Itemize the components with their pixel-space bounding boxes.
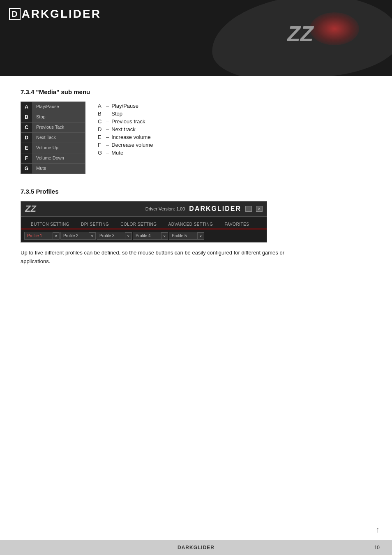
profile-dropdown-1[interactable]: ∨ xyxy=(53,232,60,240)
legend-item-c: C – Previous track xyxy=(98,118,153,125)
tab-dpi-setting[interactable]: DPI SETTING xyxy=(75,220,115,229)
minimize-button[interactable]: — xyxy=(245,206,252,212)
legend-item-f: F – Decrease volume xyxy=(98,142,153,148)
mouse-silhouette: ZZ xyxy=(145,0,392,76)
profile-item-5: Profile 5 ∨ xyxy=(169,232,204,240)
svg-text:ZZ: ZZ xyxy=(286,22,314,46)
legend-desc-c: Previous track xyxy=(111,118,145,125)
menu-label-a: Play/Pause xyxy=(32,102,85,112)
profile-item-2: Profile 2 ∨ xyxy=(60,232,96,240)
menu-label-b: Stop xyxy=(32,112,85,123)
driver-titlebar: ZZ Driver Version: 1.00 DARKGLIDER — ✕ xyxy=(21,201,267,217)
legend-desc-f: Decrease volume xyxy=(111,142,153,148)
main-content: 7.3.4 "Media" sub menu A Play/Pause B St… xyxy=(0,76,392,289)
profile-dropdown-3[interactable]: ∨ xyxy=(125,232,132,240)
logo-text: D ARKGLIDER xyxy=(9,7,101,21)
menu-letter-c: C xyxy=(21,122,32,133)
profile-item-1: Profile 1 ∨ xyxy=(24,232,60,240)
legend: A – Play/Pause B – Stop C – Previous tra… xyxy=(98,102,153,156)
driver-version: Driver Version: 1.00 xyxy=(145,206,185,211)
profile-dropdown-5[interactable]: ∨ xyxy=(198,232,204,240)
profiles-description: Up to five different profiles can be def… xyxy=(21,249,308,266)
tab-favorites[interactable]: FAVORITES xyxy=(219,220,255,229)
profiles-section: 7.3.5 Profiles ZZ Driver Version: 1.00 D… xyxy=(21,188,371,266)
profile-dropdown-4[interactable]: ∨ xyxy=(161,232,168,240)
menu-letter-b: B xyxy=(21,112,32,123)
legend-letter-b: B xyxy=(98,111,104,117)
menu-letter-g: G xyxy=(21,163,32,174)
menu-letter-f: F xyxy=(21,153,32,164)
tab-button-setting[interactable]: BUTTON SETTING xyxy=(25,220,75,229)
mouse-logo: ZZ xyxy=(285,18,318,43)
menu-label-f: Volume Down xyxy=(32,153,85,164)
close-button[interactable]: ✕ xyxy=(256,206,263,212)
scroll-up-button[interactable]: ↑ xyxy=(376,525,380,534)
logo-inner: ARKGLIDER xyxy=(21,7,101,21)
legend-item-b: B – Stop xyxy=(98,111,153,117)
legend-item-e: E – Increase volume xyxy=(98,134,153,140)
menu-letter-d: D xyxy=(21,132,32,143)
driver-window: ZZ Driver Version: 1.00 DARKGLIDER — ✕ B… xyxy=(21,201,267,243)
media-section: 7.3.4 "Media" sub menu A Play/Pause B St… xyxy=(21,88,371,173)
menu-item-e: E Volume Up xyxy=(21,143,85,153)
legend-desc-a: Play/Pause xyxy=(111,103,138,109)
legend-item-g: G – Mute xyxy=(98,150,153,156)
driver-brand: DARKGLIDER xyxy=(189,205,241,213)
legend-desc-g: Mute xyxy=(111,150,123,156)
tab-advanced-setting[interactable]: ADVANCED SETTING xyxy=(163,220,219,229)
profile-select-5[interactable]: Profile 5 xyxy=(169,232,198,240)
menu-label-d: Next Tack xyxy=(32,132,85,143)
menu-item-d: D Next Tack xyxy=(21,132,85,143)
legend-desc-b: Stop xyxy=(111,111,122,117)
menu-label-g: Mute xyxy=(32,163,85,174)
menu-item-a: A Play/Pause xyxy=(21,102,85,112)
section-734-title: 7.3.4 "Media" sub menu xyxy=(21,88,371,95)
menu-label-e: Volume Up xyxy=(32,143,85,153)
menu-label-c: Previous Tack xyxy=(32,122,85,133)
menu-table: A Play/Pause B Stop C Previous Tack D Ne… xyxy=(21,102,85,173)
profile-item-4: Profile 4 ∨ xyxy=(133,232,168,240)
logo-box: D xyxy=(9,8,21,20)
driver-profiles: Profile 1 ∨ Profile 2 ∨ Profile 3 ∨ Prof… xyxy=(21,229,267,242)
legend-desc-d: Next track xyxy=(111,126,136,132)
profile-select-3[interactable]: Profile 3 xyxy=(97,232,125,240)
profile-select-2[interactable]: Profile 2 xyxy=(60,232,89,240)
media-layout: A Play/Pause B Stop C Previous Tack D Ne… xyxy=(21,102,371,173)
legend-item-a: A – Play/Pause xyxy=(98,103,153,109)
tab-color-setting[interactable]: COLOR SETTING xyxy=(115,220,162,229)
profile-select-1[interactable]: Profile 1 xyxy=(24,232,53,240)
legend-letter-c: C xyxy=(98,118,104,125)
footer: DARKGLIDER 10 xyxy=(0,540,392,555)
legend-letter-e: E xyxy=(98,134,104,140)
header-logo: D ARKGLIDER xyxy=(9,7,101,21)
driver-nav: BUTTON SETTING DPI SETTING COLOR SETTING… xyxy=(21,217,267,229)
legend-letter-a: A xyxy=(98,103,104,109)
legend-letter-f: F xyxy=(98,142,104,148)
header: D ARKGLIDER ZZ xyxy=(0,0,392,76)
legend-letter-d: D xyxy=(98,126,104,132)
footer-page: 10 xyxy=(374,545,380,550)
profile-item-3: Profile 3 ∨ xyxy=(97,232,132,240)
menu-item-c: C Previous Tack xyxy=(21,122,85,133)
menu-letter-e: E xyxy=(21,143,32,153)
menu-item-f: F Volume Down xyxy=(21,153,85,164)
legend-desc-e: Increase volume xyxy=(111,134,150,140)
profile-select-4[interactable]: Profile 4 xyxy=(133,232,161,240)
driver-logo-area: ZZ xyxy=(25,204,36,214)
driver-title-right: Driver Version: 1.00 DARKGLIDER — ✕ xyxy=(145,205,263,213)
legend-letter-g: G xyxy=(98,150,104,156)
legend-item-d: D – Next track xyxy=(98,126,153,132)
menu-item-g: G Mute xyxy=(21,163,85,174)
section-735-title: 7.3.5 Profiles xyxy=(21,188,371,195)
menu-letter-a: A xyxy=(21,102,32,112)
footer-brand: DARKGLIDER xyxy=(178,545,214,550)
driver-zz-logo: ZZ xyxy=(25,204,36,214)
menu-item-b: B Stop xyxy=(21,112,85,123)
profile-dropdown-2[interactable]: ∨ xyxy=(89,232,96,240)
